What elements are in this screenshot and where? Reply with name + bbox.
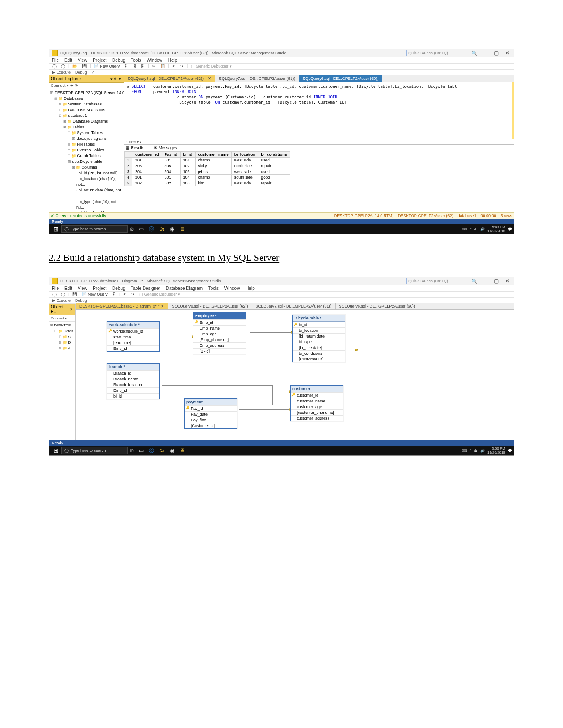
tab-query6[interactable]: SQLQuery6.sql - DE...GPELP2A\user (60))	[299, 75, 382, 82]
taskbar-search[interactable]: ◯ Type here to search	[61, 225, 128, 233]
minimize-icon[interactable]: —	[480, 278, 488, 284]
col-bi-type[interactable]: bi_type (char(10), not nu...	[50, 199, 123, 210]
cortana-icon[interactable]: ⎚	[128, 226, 136, 232]
notifications-icon[interactable]: 💬	[508, 449, 512, 453]
databases-node[interactable]: Databases	[50, 96, 123, 101]
tab-query7[interactable]: SQLQuery7.sql - DE...GPELP2A\user (61))	[215, 75, 299, 82]
tab-query7[interactable]: SQLQuery7.sql - DE...GPELP2A\user (61))	[252, 303, 336, 309]
menu-tools[interactable]: Tools	[208, 286, 219, 291]
debug-button[interactable]: Debug	[74, 70, 88, 75]
nav-fwd-icon[interactable]: ◯	[60, 64, 67, 68]
menu-view[interactable]: View	[78, 286, 87, 291]
edge-icon[interactable]: ⓔ	[146, 447, 157, 454]
sound-icon[interactable]: 🔊	[480, 227, 485, 231]
system-tables-node[interactable]: System Tables	[50, 130, 123, 136]
edge-icon[interactable]: ⓔ	[146, 225, 157, 233]
menu-table-designer[interactable]: Table Designer	[131, 286, 160, 291]
undo-icon[interactable]: ↶	[122, 292, 128, 296]
bicycle-table-node[interactable]: dbo.Bicycle table	[50, 159, 123, 165]
db-diagrams-node[interactable]: Database Diagrams	[50, 119, 123, 124]
debug-button[interactable]: Debug	[74, 298, 88, 303]
col-bi-location[interactable]: bi_location (char(10), not...	[50, 176, 123, 188]
tab-query6[interactable]: SQLQuery6.sql - DE...GPELP2A\user (60))	[336, 303, 419, 309]
diagram-table-branch[interactable]: branch * Branch_id Branch_name Branch_lo…	[107, 363, 160, 399]
save-icon[interactable]: 💾	[80, 64, 88, 68]
undo-icon[interactable]: ↶	[171, 64, 177, 68]
keyboard-icon[interactable]: ⌨	[462, 227, 467, 231]
connect-button[interactable]: Connect ▾	[49, 315, 75, 322]
notifications-icon[interactable]: 💬	[508, 227, 512, 231]
db-icon3[interactable]: 🗄	[140, 64, 146, 68]
db-icon2[interactable]: 🗄	[131, 64, 138, 68]
snapshots-node[interactable]: Database Snapshots	[50, 107, 123, 113]
connect-button[interactable]: Connect ▾ ✚ ⟳	[49, 83, 124, 89]
start-button[interactable]: ⊞	[51, 447, 61, 454]
nav-back-icon[interactable]: ◯	[51, 292, 58, 296]
messages-tab[interactable]: ✉ Messages	[154, 146, 181, 150]
taskview-icon[interactable]: ▭	[136, 226, 146, 232]
quick-launch-input[interactable]: Quick Launch (Ctrl+Q)	[406, 278, 468, 284]
menu-window[interactable]: Window	[224, 286, 240, 291]
menu-project[interactable]: Project	[93, 58, 106, 63]
chrome-icon[interactable]: ◉	[167, 447, 177, 454]
db-icon[interactable]: 🗄	[123, 64, 129, 68]
menu-file[interactable]: File	[52, 58, 59, 63]
ssms-task-icon[interactable]: 🖥	[177, 447, 188, 454]
tab-diagram0[interactable]: DESKTOP-GPELP2A...base1 - Diagram_0* ⁺ ✕	[76, 303, 168, 309]
copy-icon[interactable]: 📋	[159, 64, 166, 68]
menu-project[interactable]: Project	[93, 286, 106, 291]
network-icon[interactable]: 🖧	[474, 449, 478, 453]
diagram-table-bicycle[interactable]: Bicycle table * bi_id bi_location [bi_re…	[292, 315, 345, 362]
col-bi-return[interactable]: bi_return date (date, not ...	[50, 188, 123, 199]
menu-view[interactable]: View	[78, 58, 87, 63]
start-button[interactable]: ⊞	[51, 225, 61, 233]
new-query-button[interactable]: 📄 New Query	[80, 292, 109, 296]
clock[interactable]: 5:50 PM11/20/2018	[487, 447, 505, 454]
menu-debug[interactable]: Debug	[112, 286, 125, 291]
cut-icon[interactable]: ✂	[151, 64, 157, 68]
redo-icon[interactable]: ↷	[130, 292, 136, 296]
execute-button[interactable]: ▶ Execute	[51, 298, 72, 303]
explorer-icon[interactable]: 🗂	[157, 226, 167, 232]
open-icon[interactable]: 📂	[71, 64, 79, 68]
menu-help[interactable]: Help	[168, 58, 178, 63]
menu-window[interactable]: Window	[147, 58, 162, 63]
save-icon[interactable]: 💾	[71, 292, 79, 296]
tables-node[interactable]: Tables	[50, 124, 123, 130]
explorer-icon[interactable]: 🗂	[157, 447, 167, 454]
databases-node[interactable]: Datab	[50, 328, 74, 334]
menu-edit[interactable]: Edit	[64, 58, 72, 63]
chevron-up-icon[interactable]: ˄	[470, 449, 472, 453]
diagram-canvas[interactable]: DESKTOP-GPELP2A...base1 - Diagram_0* ⁺ ✕…	[76, 304, 514, 440]
network-icon[interactable]: 🖧	[474, 227, 478, 231]
menu-tools[interactable]: Tools	[131, 58, 141, 63]
chrome-icon[interactable]: ◉	[167, 226, 177, 232]
columns-node[interactable]: Columns	[50, 165, 123, 170]
zoom-bar[interactable]: 100 % ▾ ◂	[124, 139, 514, 145]
db-icon[interactable]: 🗄	[111, 292, 117, 296]
sysdiagrams-node[interactable]: dbo.sysdiagrams	[50, 136, 123, 142]
menu-edit[interactable]: Edit	[64, 286, 72, 291]
sound-icon[interactable]: 🔊	[480, 449, 485, 453]
server-node[interactable]: DESKTOP...	[50, 323, 74, 328]
col-bi-id[interactable]: bi_id (PK, int, not null)	[50, 170, 123, 176]
tab-query8[interactable]: SQLQuery8.sql - DE...GPELP2A\user (62)) …	[124, 75, 215, 82]
taskbar-search[interactable]: ◯ Type here to search	[61, 447, 128, 454]
graph-tables-node[interactable]: Graph Tables	[50, 153, 123, 159]
redo-icon[interactable]: ↷	[179, 64, 185, 68]
search-icon[interactable]	[472, 279, 477, 284]
nav-back-icon[interactable]: ◯	[51, 64, 58, 68]
diagram-table-workschedule[interactable]: work-schedule * workschedule_id start_ti…	[107, 321, 160, 352]
menu-debug[interactable]: Debug	[112, 58, 125, 63]
diagram-table-customer[interactable]: customer customer_id customer_name custo…	[290, 385, 343, 421]
chevron-up-icon[interactable]: ˄	[470, 227, 472, 231]
diagram-table-payment[interactable]: payment Pay_id Pay_date Pay_fine [Custom…	[184, 398, 237, 429]
close-icon[interactable]: ✕	[503, 278, 511, 284]
filetables-node[interactable]: FileTables	[50, 142, 123, 147]
ssms-task-icon[interactable]: 🖥	[177, 226, 188, 232]
sys-databases-node[interactable]: System Databases	[50, 101, 123, 107]
results-tab[interactable]: ▦ Results	[126, 146, 149, 150]
clock[interactable]: 5:43 PM11/20/2018	[487, 225, 505, 233]
col-bi-hire[interactable]: bi_hire date (date, not nu...	[50, 210, 123, 212]
keyboard-icon[interactable]: ⌨	[462, 449, 467, 453]
